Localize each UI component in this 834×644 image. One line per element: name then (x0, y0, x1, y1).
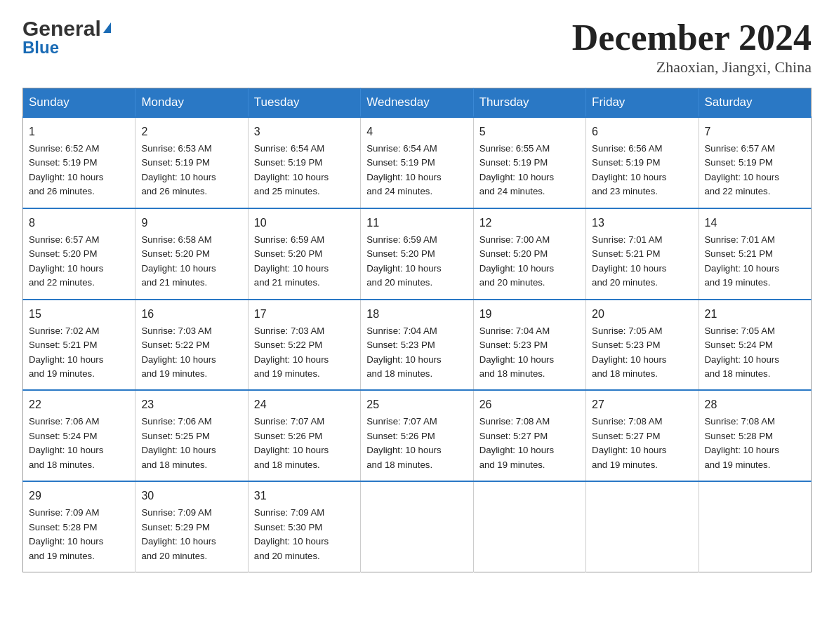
day-number: 18 (366, 306, 467, 323)
calendar-subtitle: Zhaoxian, Jiangxi, China (572, 58, 812, 76)
table-row: 20Sunrise: 7:05 AM Sunset: 5:23 PM Dayli… (586, 300, 699, 391)
day-number: 6 (592, 123, 692, 140)
day-info: Sunrise: 7:08 AM Sunset: 5:28 PM Dayligh… (705, 415, 805, 472)
day-number: 12 (479, 215, 580, 232)
day-number: 25 (366, 396, 467, 413)
day-info: Sunrise: 7:05 AM Sunset: 5:24 PM Dayligh… (705, 324, 805, 382)
day-number: 21 (705, 306, 805, 323)
day-info: Sunrise: 7:07 AM Sunset: 5:26 PM Dayligh… (366, 415, 467, 472)
day-info: Sunrise: 6:55 AM Sunset: 5:19 PM Dayligh… (479, 142, 580, 199)
day-number: 11 (366, 215, 467, 232)
day-info: Sunrise: 7:00 AM Sunset: 5:20 PM Dayligh… (479, 233, 580, 290)
day-info: Sunrise: 6:54 AM Sunset: 5:19 PM Dayligh… (366, 142, 467, 199)
table-row: 24Sunrise: 7:07 AM Sunset: 5:26 PM Dayli… (248, 390, 360, 481)
day-info: Sunrise: 6:52 AM Sunset: 5:19 PM Dayligh… (29, 142, 129, 199)
day-number: 3 (254, 123, 355, 140)
day-info: Sunrise: 6:56 AM Sunset: 5:19 PM Dayligh… (592, 142, 692, 199)
header-monday: Monday (135, 88, 248, 118)
day-number: 27 (592, 396, 692, 413)
header-row: Sunday Monday Tuesday Wednesday Thursday… (23, 88, 812, 118)
table-row (586, 481, 699, 572)
table-row: 7Sunrise: 6:57 AM Sunset: 5:19 PM Daylig… (699, 117, 811, 208)
calendar-week-row: 22Sunrise: 7:06 AM Sunset: 5:24 PM Dayli… (23, 390, 812, 481)
day-info: Sunrise: 7:09 AM Sunset: 5:30 PM Dayligh… (254, 506, 355, 563)
table-row: 27Sunrise: 7:08 AM Sunset: 5:27 PM Dayli… (586, 390, 699, 481)
logo-triangle-icon (103, 22, 111, 33)
day-number: 17 (254, 306, 355, 323)
day-number: 9 (141, 215, 241, 232)
table-row: 19Sunrise: 7:04 AM Sunset: 5:23 PM Dayli… (473, 300, 585, 391)
table-row (361, 481, 473, 572)
day-number: 30 (141, 488, 241, 504)
day-info: Sunrise: 7:06 AM Sunset: 5:24 PM Dayligh… (29, 415, 129, 472)
calendar-week-row: 15Sunrise: 7:02 AM Sunset: 5:21 PM Dayli… (23, 300, 812, 391)
calendar-title: December 2024 (572, 17, 812, 58)
table-row: 4Sunrise: 6:54 AM Sunset: 5:19 PM Daylig… (361, 117, 473, 208)
day-info: Sunrise: 6:59 AM Sunset: 5:20 PM Dayligh… (254, 233, 355, 290)
day-info: Sunrise: 7:03 AM Sunset: 5:22 PM Dayligh… (141, 324, 241, 382)
table-row: 5Sunrise: 6:55 AM Sunset: 5:19 PM Daylig… (473, 117, 585, 208)
table-row: 1Sunrise: 6:52 AM Sunset: 5:19 PM Daylig… (23, 117, 135, 208)
table-row: 17Sunrise: 7:03 AM Sunset: 5:22 PM Dayli… (248, 300, 360, 391)
day-info: Sunrise: 7:08 AM Sunset: 5:27 PM Dayligh… (479, 415, 580, 472)
page-header: General Blue December 2024 Zhaoxian, Jia… (22, 17, 812, 76)
table-row: 22Sunrise: 7:06 AM Sunset: 5:24 PM Dayli… (23, 390, 135, 481)
header-friday: Friday (586, 88, 699, 118)
day-number: 15 (29, 306, 129, 323)
day-info: Sunrise: 7:07 AM Sunset: 5:26 PM Dayligh… (254, 415, 355, 472)
day-info: Sunrise: 7:05 AM Sunset: 5:23 PM Dayligh… (592, 324, 692, 382)
day-info: Sunrise: 7:04 AM Sunset: 5:23 PM Dayligh… (366, 324, 467, 382)
day-info: Sunrise: 6:57 AM Sunset: 5:19 PM Dayligh… (705, 142, 805, 199)
day-number: 29 (29, 488, 129, 504)
calendar-week-row: 8Sunrise: 6:57 AM Sunset: 5:20 PM Daylig… (23, 208, 812, 300)
day-info: Sunrise: 7:01 AM Sunset: 5:21 PM Dayligh… (705, 233, 805, 290)
header-sunday: Sunday (23, 88, 135, 118)
table-row: 26Sunrise: 7:08 AM Sunset: 5:27 PM Dayli… (473, 390, 585, 481)
day-number: 10 (254, 215, 355, 232)
day-number: 23 (141, 396, 241, 413)
day-number: 19 (479, 306, 580, 323)
table-row: 31Sunrise: 7:09 AM Sunset: 5:30 PM Dayli… (248, 481, 360, 572)
day-info: Sunrise: 7:09 AM Sunset: 5:29 PM Dayligh… (141, 506, 241, 563)
day-number: 22 (29, 396, 129, 413)
header-wednesday: Wednesday (361, 88, 473, 118)
table-row: 9Sunrise: 6:58 AM Sunset: 5:20 PM Daylig… (135, 208, 248, 300)
day-info: Sunrise: 6:57 AM Sunset: 5:20 PM Dayligh… (29, 233, 129, 290)
day-info: Sunrise: 7:02 AM Sunset: 5:21 PM Dayligh… (29, 324, 129, 382)
table-row: 15Sunrise: 7:02 AM Sunset: 5:21 PM Dayli… (23, 300, 135, 391)
table-row: 6Sunrise: 6:56 AM Sunset: 5:19 PM Daylig… (586, 117, 699, 208)
day-info: Sunrise: 7:09 AM Sunset: 5:28 PM Dayligh… (29, 506, 129, 563)
header-thursday: Thursday (473, 88, 585, 118)
table-row: 30Sunrise: 7:09 AM Sunset: 5:29 PM Dayli… (135, 481, 248, 572)
day-number: 4 (366, 123, 467, 140)
table-row: 21Sunrise: 7:05 AM Sunset: 5:24 PM Dayli… (699, 300, 811, 391)
day-number: 28 (705, 396, 805, 413)
day-info: Sunrise: 7:01 AM Sunset: 5:21 PM Dayligh… (592, 233, 692, 290)
table-row: 2Sunrise: 6:53 AM Sunset: 5:19 PM Daylig… (135, 117, 248, 208)
calendar-week-row: 29Sunrise: 7:09 AM Sunset: 5:28 PM Dayli… (23, 481, 812, 572)
table-row: 12Sunrise: 7:00 AM Sunset: 5:20 PM Dayli… (473, 208, 585, 300)
day-number: 16 (141, 306, 241, 323)
calendar-title-block: December 2024 Zhaoxian, Jiangxi, China (572, 17, 812, 76)
header-saturday: Saturday (699, 88, 811, 118)
day-number: 5 (479, 123, 580, 140)
table-row: 29Sunrise: 7:09 AM Sunset: 5:28 PM Dayli… (23, 481, 135, 572)
day-number: 20 (592, 306, 692, 323)
logo: General Blue (22, 17, 111, 58)
calendar-table: Sunday Monday Tuesday Wednesday Thursday… (22, 88, 812, 572)
logo-general: General (22, 17, 101, 41)
day-number: 31 (254, 488, 355, 504)
calendar-week-row: 1Sunrise: 6:52 AM Sunset: 5:19 PM Daylig… (23, 117, 812, 208)
logo-blue: Blue (22, 38, 59, 58)
calendar-body: 1Sunrise: 6:52 AM Sunset: 5:19 PM Daylig… (23, 117, 812, 572)
day-info: Sunrise: 6:58 AM Sunset: 5:20 PM Dayligh… (141, 233, 241, 290)
day-number: 1 (29, 123, 129, 140)
table-row: 23Sunrise: 7:06 AM Sunset: 5:25 PM Dayli… (135, 390, 248, 481)
day-info: Sunrise: 7:06 AM Sunset: 5:25 PM Dayligh… (141, 415, 241, 472)
day-number: 2 (141, 123, 241, 140)
table-row: 28Sunrise: 7:08 AM Sunset: 5:28 PM Dayli… (699, 390, 811, 481)
table-row: 18Sunrise: 7:04 AM Sunset: 5:23 PM Dayli… (361, 300, 473, 391)
table-row: 14Sunrise: 7:01 AM Sunset: 5:21 PM Dayli… (699, 208, 811, 300)
day-info: Sunrise: 6:59 AM Sunset: 5:20 PM Dayligh… (366, 233, 467, 290)
table-row: 10Sunrise: 6:59 AM Sunset: 5:20 PM Dayli… (248, 208, 360, 300)
